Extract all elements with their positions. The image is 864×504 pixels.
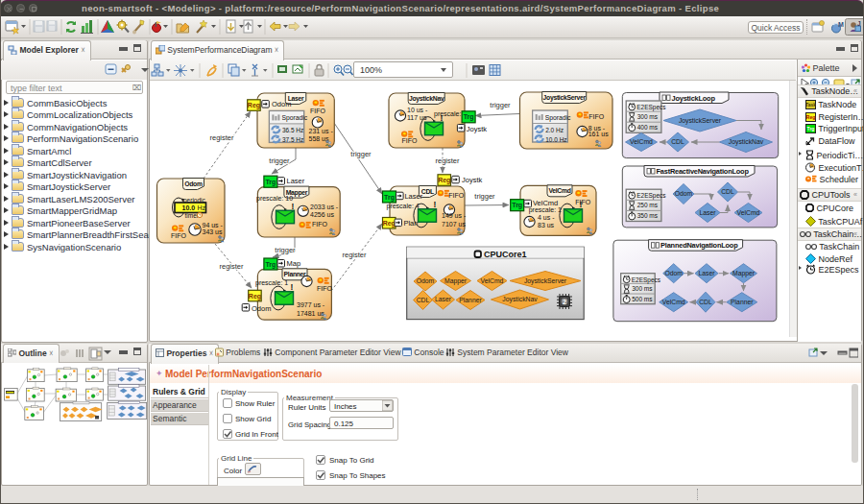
svg-text:Trg: Trg — [464, 113, 474, 121]
svg-text:Planner: Planner — [459, 297, 482, 303]
svg-text:CDL: CDL — [699, 299, 712, 305]
svg-text:Trg: Trg — [265, 179, 276, 186]
svg-text:7107 us: 7107 us — [442, 221, 466, 228]
svg-text:Reg: Reg — [248, 102, 260, 109]
svg-text:prescale: 1: prescale: 1 — [255, 279, 288, 287]
svg-text:FIFO: FIFO — [310, 108, 325, 114]
svg-text:Task: Task — [805, 102, 816, 108]
svg-text:Odom: Odom — [272, 100, 291, 108]
svg-text:Joystk: Joystk — [462, 176, 483, 184]
svg-text:register: register — [219, 262, 244, 271]
svg-text:4256 us: 4256 us — [310, 211, 334, 218]
svg-text:VelCmd: VelCmd — [481, 277, 504, 284]
svg-text:Laser: Laser — [435, 296, 452, 302]
svg-text:trigger: trigger — [474, 192, 495, 201]
svg-text:500 ms: 500 ms — [632, 296, 653, 302]
svg-text:2.0 Hz: 2.0 Hz — [545, 127, 564, 133]
svg-text:10.0 Hz: 10.0 Hz — [545, 136, 566, 143]
svg-text:FIFO: FIFO — [317, 285, 332, 292]
svg-text:10.0: 10.0 — [182, 204, 196, 211]
svg-text:94 us -: 94 us - — [203, 222, 224, 228]
svg-text:Odom: Odom — [664, 270, 683, 276]
svg-text:!: ! — [441, 113, 444, 123]
svg-text:JoystickNav: JoystickNav — [409, 95, 444, 103]
svg-text:CPUCore1: CPUCore1 — [484, 250, 527, 259]
svg-text:FastReactiveNavigationLoop: FastReactiveNavigationLoop — [657, 167, 750, 176]
svg-text:Mapper: Mapper — [732, 270, 756, 277]
svg-text:FIFO: FIFO — [588, 113, 604, 120]
svg-text:PlannedNavigationLoop: PlannedNavigationLoop — [660, 241, 738, 250]
svg-text:!: ! — [292, 202, 295, 211]
svg-text:Trg: Trg — [265, 261, 276, 269]
svg-text:Joystk: Joystk — [467, 125, 488, 133]
svg-text:CDL: CDL — [671, 138, 684, 145]
svg-text:E2ESpecs: E2ESpecs — [636, 104, 666, 111]
svg-text:Plan: Plan — [403, 219, 418, 228]
svg-text:JoystickServer: JoystickServer — [524, 277, 567, 285]
svg-text:VelCmd: VelCmd — [548, 187, 570, 194]
svg-text:FIFO: FIFO — [171, 232, 186, 239]
svg-text:350 ms: 350 ms — [637, 212, 659, 219]
svg-text:M: M — [838, 21, 844, 28]
svg-text:JoystickServer: JoystickServer — [543, 94, 587, 102]
svg-text:JoystickNav: JoystickNav — [729, 138, 764, 146]
svg-text:Planner: Planner — [731, 299, 754, 305]
svg-text:Sporadic: Sporadic — [281, 114, 307, 122]
svg-text:register: register — [209, 133, 234, 142]
svg-text:Odom: Odom — [417, 277, 435, 284]
svg-text:!: ! — [580, 200, 583, 209]
svg-text:FIFO: FIFO — [312, 221, 327, 228]
svg-text:Planner: Planner — [284, 271, 306, 277]
svg-text:Reg: Reg — [806, 114, 815, 120]
svg-text:!: ! — [291, 282, 294, 292]
svg-text:Reg: Reg — [383, 220, 396, 228]
svg-text:Odom: Odom — [675, 190, 693, 197]
svg-text:register: register — [342, 251, 367, 259]
svg-text:!: ! — [434, 200, 437, 209]
svg-text:Reg: Reg — [438, 177, 450, 184]
svg-text:CDL: CDL — [421, 188, 434, 195]
svg-text:Sporadic: Sporadic — [545, 114, 571, 122]
svg-text:VelCmd: VelCmd — [662, 299, 685, 305]
svg-text:36.5 Hz: 36.5 Hz — [282, 127, 303, 133]
svg-text:250 ms: 250 ms — [637, 202, 659, 208]
svg-text:2033 us -: 2033 us - — [310, 204, 339, 210]
svg-text:Hz: Hz — [198, 204, 206, 211]
svg-text:FIFO: FIFO — [575, 199, 590, 205]
svg-text:83 us: 83 us — [538, 222, 555, 228]
svg-text:J: J — [857, 20, 861, 27]
svg-text:161 us: 161 us — [588, 131, 610, 137]
svg-text:343 us: 343 us — [203, 228, 224, 235]
svg-text:400 ms: 400 ms — [637, 124, 659, 131]
svg-text:FIFO: FIFO — [448, 192, 464, 199]
svg-text:Mapper: Mapper — [444, 277, 468, 285]
svg-text:10 us -: 10 us - — [407, 107, 428, 113]
svg-text:VelCmd: VelCmd — [630, 138, 653, 145]
svg-text:JoystickLoop: JoystickLoop — [672, 94, 716, 103]
svg-text:Laser: Laser — [287, 177, 305, 185]
svg-text:trigger: trigger — [269, 156, 290, 165]
svg-text:300 ms: 300 ms — [637, 113, 659, 120]
svg-text:CDL: CDL — [721, 188, 734, 195]
svg-text:Odom: Odom — [252, 304, 271, 313]
svg-text:FIFO: FIFO — [402, 137, 418, 144]
svg-text:149 us -: 149 us - — [442, 212, 467, 219]
svg-text:Trg: Trg — [807, 126, 815, 132]
svg-text:prescale: 1: prescale: 1 — [529, 206, 562, 214]
svg-text:37.5 Hz: 37.5 Hz — [282, 136, 303, 143]
svg-text:Odom: Odom — [184, 180, 203, 187]
svg-text:3977 us -: 3977 us - — [297, 301, 325, 308]
svg-text:2: 2 — [563, 299, 566, 305]
svg-text:231 us -: 231 us - — [309, 128, 334, 134]
svg-text:JoystickNav: JoystickNav — [502, 296, 538, 303]
svg-text:Trg: Trg — [384, 194, 395, 202]
svg-text:4 us -: 4 us - — [538, 214, 555, 221]
svg-text:Laser: Laser — [699, 209, 716, 216]
svg-text:E2ESpecs: E2ESpecs — [632, 276, 661, 284]
svg-text:CDL: CDL — [417, 297, 430, 303]
svg-text:117 us: 117 us — [407, 114, 427, 121]
svg-text:VelCmd: VelCmd — [737, 209, 760, 216]
svg-text:trigger: trigger — [350, 150, 372, 158]
svg-text:Trg: Trg — [512, 202, 522, 209]
svg-text:trigger: trigger — [490, 101, 511, 109]
